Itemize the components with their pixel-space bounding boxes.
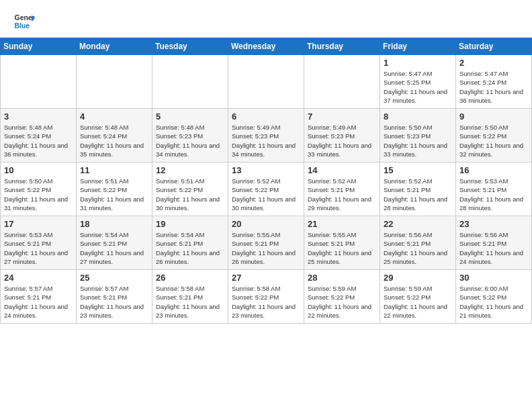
calendar-cell: 24Sunrise: 5:57 AM Sunset: 5:21 PM Dayli… xyxy=(1,270,77,324)
calendar-cell: 12Sunrise: 5:51 AM Sunset: 5:22 PM Dayli… xyxy=(152,163,228,216)
day-number: 29 xyxy=(384,273,452,283)
calendar-cell: 27Sunrise: 5:58 AM Sunset: 5:22 PM Dayli… xyxy=(228,270,304,324)
day-number: 30 xyxy=(459,273,528,283)
day-info: Sunrise: 5:48 AM Sunset: 5:23 PM Dayligh… xyxy=(156,123,224,158)
calendar-cell: 8Sunrise: 5:50 AM Sunset: 5:23 PM Daylig… xyxy=(380,109,456,163)
day-info: Sunrise: 5:52 AM Sunset: 5:22 PM Dayligh… xyxy=(232,177,300,212)
page-header: General Blue xyxy=(0,0,532,38)
day-number: 9 xyxy=(459,111,528,122)
day-info: Sunrise: 5:55 AM Sunset: 5:21 PM Dayligh… xyxy=(232,230,300,266)
day-info: Sunrise: 5:58 AM Sunset: 5:22 PM Dayligh… xyxy=(232,284,300,320)
calendar-cell: 7Sunrise: 5:49 AM Sunset: 5:23 PM Daylig… xyxy=(304,109,380,163)
calendar-cell: 9Sunrise: 5:50 AM Sunset: 5:22 PM Daylig… xyxy=(456,109,532,163)
calendar-cell xyxy=(304,55,380,109)
calendar-week-4: 17Sunrise: 5:53 AM Sunset: 5:21 PM Dayli… xyxy=(1,216,532,270)
calendar-cell: 10Sunrise: 5:50 AM Sunset: 5:22 PM Dayli… xyxy=(1,163,77,216)
logo: General Blue xyxy=(13,11,35,32)
calendar-cell: 16Sunrise: 5:53 AM Sunset: 5:21 PM Dayli… xyxy=(456,163,532,216)
day-info: Sunrise: 5:49 AM Sunset: 5:23 PM Dayligh… xyxy=(232,123,300,158)
day-number: 12 xyxy=(156,165,224,175)
calendar-cell xyxy=(1,55,77,109)
day-info: Sunrise: 5:48 AM Sunset: 5:24 PM Dayligh… xyxy=(4,123,73,158)
calendar-cell: 4Sunrise: 5:48 AM Sunset: 5:24 PM Daylig… xyxy=(77,109,152,163)
day-info: Sunrise: 5:50 AM Sunset: 5:22 PM Dayligh… xyxy=(459,123,528,158)
calendar-week-1: 1Sunrise: 5:47 AM Sunset: 5:25 PM Daylig… xyxy=(1,55,532,109)
day-number: 1 xyxy=(384,58,452,68)
calendar-week-5: 24Sunrise: 5:57 AM Sunset: 5:21 PM Dayli… xyxy=(1,270,532,324)
day-number: 10 xyxy=(4,165,73,175)
day-info: Sunrise: 5:51 AM Sunset: 5:22 PM Dayligh… xyxy=(80,177,148,212)
day-info: Sunrise: 5:56 AM Sunset: 5:21 PM Dayligh… xyxy=(384,230,452,266)
day-header-tuesday: Tuesday xyxy=(152,38,228,55)
day-number: 25 xyxy=(80,273,148,283)
day-number: 24 xyxy=(4,273,73,283)
calendar-cell: 29Sunrise: 5:59 AM Sunset: 5:22 PM Dayli… xyxy=(380,270,456,324)
day-number: 17 xyxy=(4,219,73,229)
day-info: Sunrise: 5:50 AM Sunset: 5:22 PM Dayligh… xyxy=(4,177,73,212)
day-info: Sunrise: 5:54 AM Sunset: 5:21 PM Dayligh… xyxy=(156,230,224,266)
day-info: Sunrise: 5:59 AM Sunset: 5:22 PM Dayligh… xyxy=(308,284,376,320)
calendar-cell: 26Sunrise: 5:58 AM Sunset: 5:21 PM Dayli… xyxy=(152,270,228,324)
calendar-cell: 5Sunrise: 5:48 AM Sunset: 5:23 PM Daylig… xyxy=(152,109,228,163)
calendar-cell: 6Sunrise: 5:49 AM Sunset: 5:23 PM Daylig… xyxy=(228,109,304,163)
calendar-cell: 3Sunrise: 5:48 AM Sunset: 5:24 PM Daylig… xyxy=(1,109,77,163)
calendar-cell: 28Sunrise: 5:59 AM Sunset: 5:22 PM Dayli… xyxy=(304,270,380,324)
day-number: 23 xyxy=(459,219,528,229)
day-info: Sunrise: 5:57 AM Sunset: 5:21 PM Dayligh… xyxy=(4,284,73,320)
calendar-cell xyxy=(228,55,304,109)
calendar-week-3: 10Sunrise: 5:50 AM Sunset: 5:22 PM Dayli… xyxy=(1,163,532,216)
calendar-cell: 2Sunrise: 5:47 AM Sunset: 5:24 PM Daylig… xyxy=(456,55,532,109)
day-number: 4 xyxy=(80,111,148,122)
day-info: Sunrise: 5:47 AM Sunset: 5:24 PM Dayligh… xyxy=(459,69,528,105)
day-info: Sunrise: 5:47 AM Sunset: 5:25 PM Dayligh… xyxy=(384,69,452,105)
day-number: 6 xyxy=(232,111,300,122)
day-number: 5 xyxy=(156,111,224,122)
day-number: 8 xyxy=(384,111,452,122)
calendar-cell: 22Sunrise: 5:56 AM Sunset: 5:21 PM Dayli… xyxy=(380,216,456,270)
day-info: Sunrise: 5:56 AM Sunset: 5:21 PM Dayligh… xyxy=(459,230,528,266)
calendar-cell: 14Sunrise: 5:52 AM Sunset: 5:21 PM Dayli… xyxy=(304,163,380,216)
calendar-cell: 15Sunrise: 5:52 AM Sunset: 5:21 PM Dayli… xyxy=(380,163,456,216)
day-number: 26 xyxy=(156,273,224,283)
day-info: Sunrise: 5:52 AM Sunset: 5:21 PM Dayligh… xyxy=(308,177,376,212)
day-info: Sunrise: 5:53 AM Sunset: 5:21 PM Dayligh… xyxy=(4,230,73,266)
day-info: Sunrise: 5:53 AM Sunset: 5:21 PM Dayligh… xyxy=(459,177,528,212)
day-info: Sunrise: 5:57 AM Sunset: 5:21 PM Dayligh… xyxy=(80,284,148,320)
day-info: Sunrise: 5:55 AM Sunset: 5:21 PM Dayligh… xyxy=(308,230,376,266)
calendar-week-2: 3Sunrise: 5:48 AM Sunset: 5:24 PM Daylig… xyxy=(1,109,532,163)
day-info: Sunrise: 6:00 AM Sunset: 5:22 PM Dayligh… xyxy=(459,284,528,320)
calendar-header-row: SundayMondayTuesdayWednesdayThursdayFrid… xyxy=(1,38,532,55)
day-header-saturday: Saturday xyxy=(456,38,532,55)
svg-text:Blue: Blue xyxy=(15,22,30,30)
calendar-cell: 18Sunrise: 5:54 AM Sunset: 5:21 PM Dayli… xyxy=(77,216,152,270)
day-number: 7 xyxy=(308,111,376,122)
calendar-cell: 30Sunrise: 6:00 AM Sunset: 5:22 PM Dayli… xyxy=(456,270,532,324)
day-number: 11 xyxy=(80,165,148,175)
day-header-monday: Monday xyxy=(77,38,152,55)
day-number: 3 xyxy=(4,111,73,122)
day-number: 16 xyxy=(459,165,528,175)
calendar-cell: 17Sunrise: 5:53 AM Sunset: 5:21 PM Dayli… xyxy=(1,216,77,270)
calendar-cell: 11Sunrise: 5:51 AM Sunset: 5:22 PM Dayli… xyxy=(77,163,152,216)
day-number: 18 xyxy=(80,219,148,229)
day-info: Sunrise: 5:51 AM Sunset: 5:22 PM Dayligh… xyxy=(156,177,224,212)
day-header-thursday: Thursday xyxy=(304,38,380,55)
day-info: Sunrise: 5:49 AM Sunset: 5:23 PM Dayligh… xyxy=(308,123,376,158)
calendar-cell xyxy=(77,55,152,109)
calendar-cell: 1Sunrise: 5:47 AM Sunset: 5:25 PM Daylig… xyxy=(380,55,456,109)
day-info: Sunrise: 5:52 AM Sunset: 5:21 PM Dayligh… xyxy=(384,177,452,212)
calendar-cell: 21Sunrise: 5:55 AM Sunset: 5:21 PM Dayli… xyxy=(304,216,380,270)
day-info: Sunrise: 5:59 AM Sunset: 5:22 PM Dayligh… xyxy=(384,284,452,320)
day-info: Sunrise: 5:48 AM Sunset: 5:24 PM Dayligh… xyxy=(80,123,148,158)
calendar-cell: 25Sunrise: 5:57 AM Sunset: 5:21 PM Dayli… xyxy=(77,270,152,324)
day-number: 27 xyxy=(232,273,300,283)
day-header-wednesday: Wednesday xyxy=(228,38,304,55)
day-number: 19 xyxy=(156,219,224,229)
day-number: 21 xyxy=(308,219,376,229)
calendar-cell: 23Sunrise: 5:56 AM Sunset: 5:21 PM Dayli… xyxy=(456,216,532,270)
day-number: 13 xyxy=(232,165,300,175)
day-number: 14 xyxy=(308,165,376,175)
calendar-cell xyxy=(152,55,228,109)
day-info: Sunrise: 5:50 AM Sunset: 5:23 PM Dayligh… xyxy=(384,123,452,158)
day-info: Sunrise: 5:54 AM Sunset: 5:21 PM Dayligh… xyxy=(80,230,148,266)
